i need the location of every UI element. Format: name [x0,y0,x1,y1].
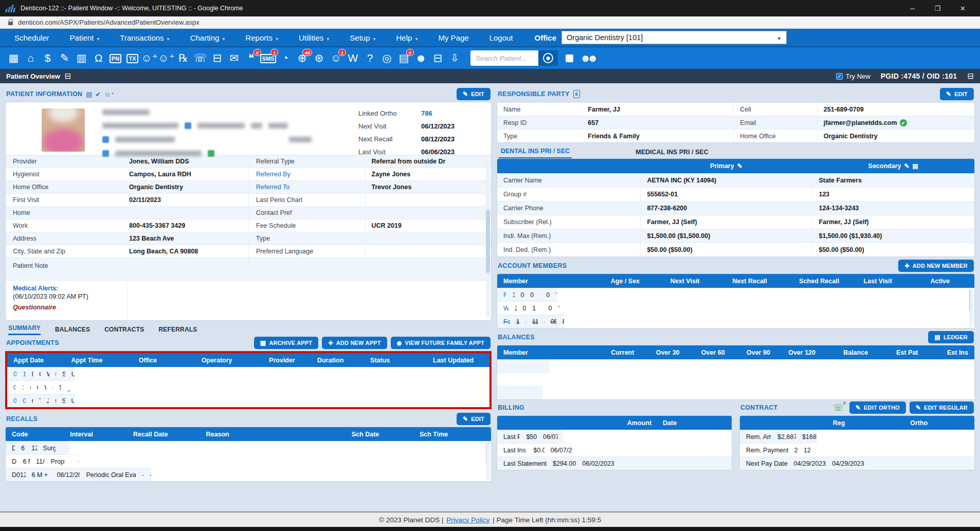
menu-item[interactable]: Transactions [110,33,179,42]
toolbar-icon[interactable]: ⊟ [429,48,446,68]
family-group-icon[interactable]: ☻☻ [580,52,600,64]
toolbar-icon[interactable]: ▦ [5,48,22,68]
toolbar-icon[interactable]: ☺ 1 [328,48,344,68]
edit-regular-button[interactable]: EDIT REGULAR [910,401,974,414]
appointment-row[interactable]: 06/12/2023 11:00 AM OD GP 04 WJ DDS 60 S… [7,380,70,394]
menu-item[interactable]: Setup [339,33,386,42]
menu-item[interactable]: Patient [60,33,110,42]
secondary-ins-card-icon[interactable]: ▤ [913,162,918,170]
patient-photo[interactable] [42,108,85,152]
add-new-appt-button[interactable]: ADD NEW APPT [322,337,387,349]
recall-row[interactable]: D6010 6 M + 1D 12/07/2023 Surgical Place… [6,441,69,454]
edit-recalls-button[interactable]: EDIT [457,413,491,425]
summary-tab[interactable]: BALANCES [55,326,90,335]
close-button[interactable]: ✕ [960,5,966,12]
member-link[interactable]: Account Balance [497,363,503,370]
statement-dollar-icon[interactable]: $ [573,90,580,98]
appt-time-link[interactable]: 08:00 AM [16,397,25,405]
patient-search-input[interactable] [470,50,538,66]
toolbar-icon[interactable]: SMS 1 [260,48,277,68]
patient-search-button[interactable]: ☻ [538,50,558,66]
appointment-row[interactable]: 06/12/2023 08:00 AM OD TELE JJ DDS 60 Sc… [7,394,75,407]
insurance-tab[interactable]: MEDICAL INS PRI / SEC [633,149,710,158]
maximize-button[interactable]: ❐ [934,5,940,12]
edit-ortho-button[interactable]: EDIT ORTHO [849,401,906,414]
toolbar-icon[interactable]: ☺⁺ [158,48,175,68]
toolbar-icon[interactable]: ❝ 0 [243,48,260,68]
summary-tab[interactable]: CONTRACTS [104,326,144,335]
contract-phone-icon[interactable]: 0 [832,402,843,413]
office-select[interactable]: Organic Dentistry [101] [561,31,787,44]
toolbar-icon[interactable]: ⊛ [311,48,328,68]
url-text[interactable]: denticon.com/ASPX/Patients/AdvancedPatie… [18,19,199,26]
toolbar-icon[interactable]: PN [107,48,124,68]
toolbar-icon[interactable]: ☏ [192,48,209,68]
toolbar-icon[interactable]: Ω [90,48,107,68]
toolbar-checkbox[interactable] [566,54,573,62]
member-link[interactable]: WhiteHart, Mark [497,390,503,397]
edit-secondary-ins-icon[interactable]: ✎ [904,162,909,170]
menu-item[interactable]: Utilities [288,33,339,42]
member-link[interactable]: Farmer, JJ [497,376,503,383]
summary-tab[interactable]: REFERRALS [158,326,197,335]
appt-date-link[interactable]: 06/28/2023 [7,371,16,378]
patient-doc-icon[interactable]: ▤ [86,90,92,98]
member-link[interactable]: Farmer, Trey [497,318,510,325]
toolbar-icon[interactable]: ✎ [56,48,73,68]
primary-ins-value: $50.00 ($50.00) [640,243,812,257]
member-link[interactable]: Farmer, JJ [497,291,506,299]
toolbar-icon[interactable]: ⌂ [22,48,39,68]
office-menu-label[interactable]: Office [523,33,562,42]
toolbar-icon[interactable]: ⊕ 48 [294,48,311,68]
recall-row[interactable]: D1110 6 M + 1D 11/05/2023 Prophylaxis - … [6,454,79,468]
menu-item[interactable]: Charting [180,33,235,42]
toolbar-icon[interactable]: TX [124,48,141,68]
toolbar-icon[interactable]: ⇩ [446,48,463,68]
medical-alerts-link[interactable]: Medical Alerts: [13,285,127,292]
privacy-policy-link[interactable]: Privacy Policy [446,516,489,524]
recall-row[interactable]: D0120 6 M + 1D 08/12/2023 Periodic Oral … [6,468,151,481]
menu-item[interactable]: My Page [428,33,479,42]
account-members-scrollbar[interactable] [969,288,973,327]
patient-info-scrollbar[interactable] [486,159,490,317]
menu-item[interactable]: Reports [235,33,288,42]
edit-primary-ins-icon[interactable]: ✎ [737,162,742,170]
menu-item[interactable]: Help [386,33,428,42]
toolbar-icon[interactable]: ◎ [378,48,395,68]
toolbar-icon[interactable]: ▥ [73,48,90,68]
insurance-tab[interactable]: DENTAL INS PRI / SEC [499,148,572,158]
edit-patient-button[interactable]: EDIT [457,88,491,100]
add-new-member-button[interactable]: ADD NEW MEMBER [898,260,974,272]
appt-time-link[interactable]: 11:00 AM [16,384,24,391]
menu-item[interactable]: Logout [479,33,523,42]
recalls-scrollbar[interactable] [486,442,490,480]
toolbar-icon[interactable]: W [344,48,361,68]
edit-responsible-party-button[interactable]: EDIT [940,88,974,100]
archive-appt-button[interactable]: ARCHIVE APPT [254,337,318,349]
summary-tab[interactable]: SUMMARY [8,324,41,335]
menu-item[interactable]: Scheduler [4,33,60,42]
toolbar-icon[interactable]: ✉ [226,48,243,68]
member-link[interactable]: WhiteHart, Mark [497,305,509,312]
toolbar-icon[interactable]: ? [361,48,378,68]
toolbar-icon[interactable]: ⊟ [209,48,226,68]
print-page-icon[interactable] [65,71,71,81]
add-patient-icon[interactable] [104,90,114,98]
appt-date-link[interactable]: 06/12/2023 [7,384,16,391]
view-future-family-appt-button[interactable]: VIEW FUTURE FAMILY APPT [391,337,491,349]
toolbar-icon[interactable]: ☻ [412,48,429,68]
appt-time-link[interactable]: 12:30 PM [16,371,25,378]
toolbar-icon[interactable]: ◔ [277,48,294,68]
tooth-consent-icon[interactable]: ✔ [95,90,101,98]
ledger-button[interactable]: LEDGER [928,331,974,343]
toolbar-icon[interactable]: $ [39,48,56,68]
toolbar-icon[interactable]: ▤ 0 [395,48,412,68]
appt-date-link[interactable]: 06/12/2023 [7,397,16,405]
questionnaire-link[interactable]: Questionnaire [13,304,127,311]
toolbar-icon[interactable]: ☺⁺ [141,48,158,68]
try-new-checkbox[interactable] [836,73,843,80]
print-icon[interactable] [967,71,974,81]
toolbar-icon[interactable]: ℞ [175,48,192,68]
minimize-button[interactable]: ─ [910,5,915,12]
appointment-row[interactable]: 06/28/2023 12:30 PM DDC GP 2 WJ DDS 60 S… [7,367,75,380]
